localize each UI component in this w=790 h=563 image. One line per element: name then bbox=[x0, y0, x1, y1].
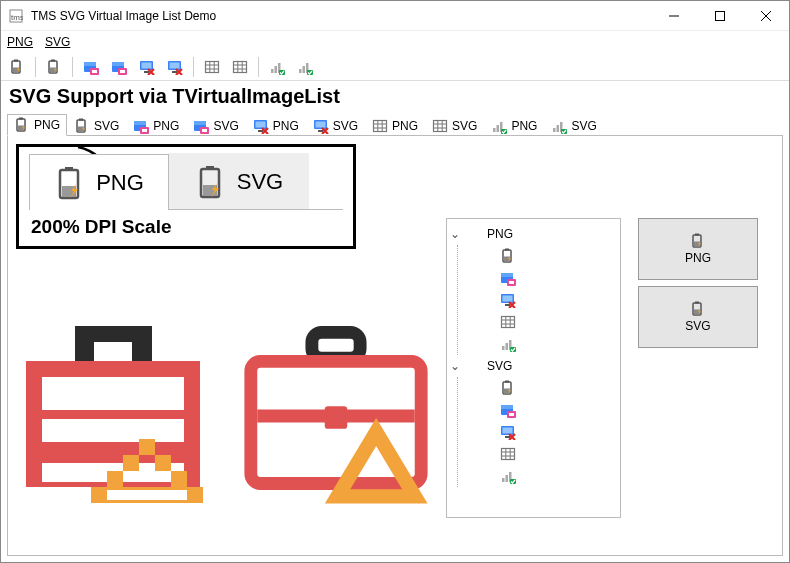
window-title: TMS SVG Virtual Image List Demo bbox=[31, 9, 651, 23]
svg-rect-44 bbox=[716, 11, 725, 20]
grid-icon bbox=[500, 446, 516, 462]
tree-leaf[interactable] bbox=[464, 311, 618, 333]
grid-icon bbox=[372, 118, 388, 134]
tab-svg-monitor[interactable]: SVG bbox=[306, 115, 365, 136]
bars-icon bbox=[500, 336, 516, 352]
monitor-x-icon bbox=[313, 118, 329, 134]
dpi-scale-box: PNG SVG 200% DPI Scale bbox=[16, 144, 356, 249]
tree-leaf[interactable] bbox=[464, 443, 618, 465]
close-button[interactable] bbox=[743, 1, 789, 31]
bars-icon bbox=[551, 118, 567, 134]
monitor-x-icon bbox=[500, 424, 516, 440]
tree-leaf[interactable] bbox=[464, 377, 618, 399]
toolbar-battery-svg[interactable] bbox=[42, 56, 66, 78]
toolbar-grid-png[interactable] bbox=[200, 56, 224, 78]
tab-png-save[interactable]: PNG bbox=[126, 115, 186, 136]
tree-view[interactable]: ⌄ PNG ⌄ SVG bbox=[446, 218, 621, 518]
menu-svg[interactable]: SVG bbox=[45, 35, 70, 49]
menu-png[interactable]: PNG bbox=[7, 35, 33, 49]
minimize-button[interactable] bbox=[651, 1, 697, 31]
page-title: SVG Support via TVirtualImageList bbox=[7, 83, 783, 112]
toolbar-grid-svg[interactable] bbox=[228, 56, 252, 78]
boxed-tab-png[interactable]: PNG bbox=[29, 154, 169, 210]
toolbar-battery-png[interactable] bbox=[5, 56, 29, 78]
toolbar-save-svg[interactable] bbox=[107, 56, 131, 78]
tab-png-bars[interactable]: PNG bbox=[484, 115, 544, 136]
tab-panel: PNG SVG 200% DPI Scale ⌄ PNG bbox=[7, 136, 783, 556]
tabstrip: PNG SVG PNG SVG PNG SVG PNG SVG PNG SVG bbox=[7, 112, 783, 136]
button-panel: PNG SVG bbox=[638, 218, 758, 348]
toolbar-save-png[interactable] bbox=[79, 56, 103, 78]
battery-icon bbox=[500, 248, 516, 264]
battery-icon bbox=[54, 166, 86, 200]
battery-icon bbox=[14, 117, 30, 133]
battery-icon bbox=[690, 301, 706, 317]
tree-leaf[interactable] bbox=[464, 289, 618, 311]
tree-leaf[interactable] bbox=[464, 399, 618, 421]
comparison-images bbox=[18, 326, 436, 506]
save-icon bbox=[133, 118, 149, 134]
bars-icon bbox=[491, 118, 507, 134]
maximize-button[interactable] bbox=[697, 1, 743, 31]
battery-icon bbox=[690, 233, 706, 249]
toolbar-bars-svg[interactable] bbox=[293, 56, 317, 78]
toolbar-bars-png[interactable] bbox=[265, 56, 289, 78]
toolbar bbox=[1, 53, 789, 81]
tree-leaf[interactable] bbox=[464, 245, 618, 267]
tree-node-svg[interactable]: ⌄ SVG bbox=[449, 355, 618, 377]
grid-icon bbox=[432, 118, 448, 134]
tab-png-monitor[interactable]: PNG bbox=[246, 115, 306, 136]
grid-icon bbox=[500, 314, 516, 330]
titlebar: tms TMS SVG Virtual Image List Demo bbox=[1, 1, 789, 31]
app-icon: tms bbox=[1, 9, 31, 23]
svg-button[interactable]: SVG bbox=[638, 286, 758, 348]
dpi-scale-label: 200% DPI Scale bbox=[29, 210, 343, 240]
battery-icon bbox=[195, 165, 227, 199]
svg-text:tms: tms bbox=[11, 13, 23, 22]
tree-leaf[interactable] bbox=[464, 465, 618, 487]
save-icon bbox=[193, 118, 209, 134]
menubar: PNG SVG bbox=[1, 31, 789, 53]
tab-svg-battery[interactable]: SVG bbox=[67, 115, 126, 136]
battery-icon bbox=[500, 380, 516, 396]
toolbar-monitor-svg[interactable] bbox=[163, 56, 187, 78]
boxed-tab-svg[interactable]: SVG bbox=[169, 153, 309, 209]
monitor-x-icon bbox=[500, 292, 516, 308]
tree-node-png[interactable]: ⌄ PNG bbox=[449, 223, 618, 245]
content-area: SVG Support via TVirtualImageList PNG SV… bbox=[1, 81, 789, 562]
battery-icon bbox=[74, 118, 90, 134]
bars-icon bbox=[500, 468, 516, 484]
tree-leaf[interactable] bbox=[464, 267, 618, 289]
app-window: tms TMS SVG Virtual Image List Demo PNG … bbox=[0, 0, 790, 563]
briefcase-svg-icon bbox=[236, 326, 436, 506]
save-icon bbox=[500, 270, 516, 286]
tree-leaf[interactable] bbox=[464, 333, 618, 355]
png-button[interactable]: PNG bbox=[638, 218, 758, 280]
tab-svg-bars[interactable]: SVG bbox=[544, 115, 603, 136]
tab-png-grid[interactable]: PNG bbox=[365, 115, 425, 136]
tab-svg-save[interactable]: SVG bbox=[186, 115, 245, 136]
monitor-x-icon bbox=[253, 118, 269, 134]
chevron-down-icon[interactable]: ⌄ bbox=[449, 227, 461, 241]
chevron-down-icon[interactable]: ⌄ bbox=[449, 359, 461, 373]
tab-png-battery[interactable]: PNG bbox=[7, 114, 67, 136]
toolbar-monitor-png[interactable] bbox=[135, 56, 159, 78]
briefcase-png-icon bbox=[18, 326, 218, 506]
tab-svg-grid[interactable]: SVG bbox=[425, 115, 484, 136]
tree-leaf[interactable] bbox=[464, 421, 618, 443]
save-icon bbox=[500, 402, 516, 418]
